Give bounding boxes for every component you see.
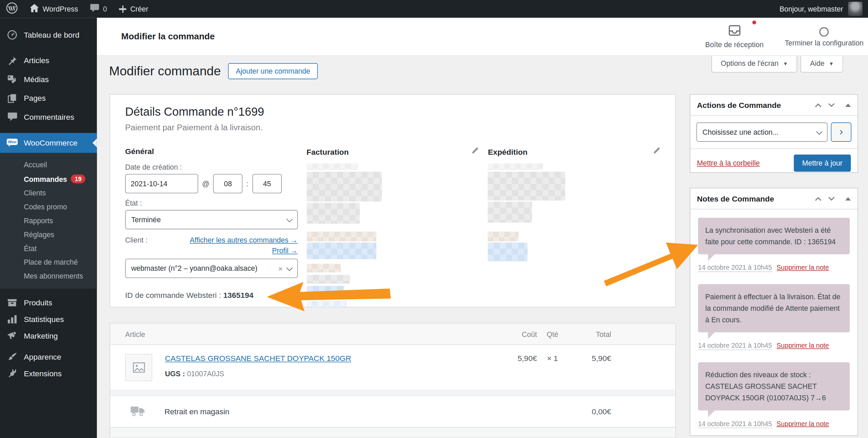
time-separator: : — [246, 179, 249, 188]
collapse-panel-icon[interactable] — [845, 197, 851, 200]
order-details-title: Détails Commande n°1699 — [125, 105, 660, 118]
submenu-item-home[interactable]: Accueil — [0, 158, 97, 172]
order-status-select[interactable]: Terminée — [125, 210, 298, 229]
pages-icon — [7, 93, 18, 103]
setup-label: Terminer la configuration — [785, 39, 864, 47]
order-hour-input[interactable] — [213, 174, 243, 193]
submenu-item-orders[interactable]: Commandes19 — [0, 172, 97, 186]
update-order-button[interactable]: Mettre à jour — [794, 155, 851, 172]
screen-options-tab[interactable]: Options de l'écran ▼ — [711, 55, 797, 73]
sidebar-item-woocommerce[interactable]: Woo WooCommerce — [0, 133, 97, 153]
edit-shipping-icon[interactable] — [653, 147, 660, 156]
billing-heading: Facturation — [307, 147, 349, 156]
wordpress-logo-menu[interactable] — [0, 0, 24, 18]
shipping-row: Retrait en magasin 0,00€ — [110, 396, 675, 427]
order-note: Réduction des niveaux de stock : CASTELA… — [698, 362, 850, 428]
sidebar-item-media[interactable]: Médias — [0, 70, 97, 89]
comments-count: 0 — [103, 5, 107, 13]
comments-indicator[interactable]: 0 — [84, 0, 113, 18]
delete-note-link[interactable]: Supprimer la note — [776, 342, 829, 350]
finish-setup-button[interactable]: Terminer la configuration — [785, 26, 864, 47]
order-date-input[interactable] — [125, 174, 198, 193]
sidebar-item-comments[interactable]: Commentaires — [0, 108, 97, 127]
image-placeholder-icon — [133, 362, 145, 373]
submenu-item-status[interactable]: État — [0, 242, 97, 255]
note-date[interactable]: 14 octobre 2021 à 10h45 — [698, 264, 772, 272]
note-date[interactable]: 14 octobre 2021 à 10h45 — [698, 342, 772, 350]
delete-note-link[interactable]: Supprimer la note — [776, 420, 829, 428]
help-tab[interactable]: Aide ▼ — [801, 55, 843, 73]
move-up-icon[interactable] — [814, 196, 822, 201]
order-action-select[interactable]: Choisissez une action... — [696, 122, 828, 142]
remove-client-icon[interactable]: × — [278, 264, 282, 273]
submenu-item-coupons[interactable]: Codes promo — [0, 200, 97, 214]
submenu-item-customers[interactable]: Clients — [0, 186, 97, 200]
truck-icon — [125, 405, 151, 418]
delete-note-link[interactable]: Supprimer la note — [776, 264, 829, 271]
collapse-panel-icon[interactable] — [845, 103, 851, 107]
avatar[interactable] — [848, 2, 862, 16]
move-down-icon[interactable] — [828, 102, 835, 108]
sidebar-item-appearance[interactable]: Apparence — [0, 348, 97, 365]
submenu-item-settings[interactable]: Réglages — [0, 228, 97, 242]
sidebar-item-dashboard[interactable]: Tableau de bord — [0, 25, 97, 44]
products-icon — [7, 298, 18, 306]
sidebar-item-label: Extensions — [24, 369, 62, 378]
orders-count-badge: 19 — [71, 174, 85, 183]
shipping-method-name: Retrait en magasin — [164, 407, 230, 416]
move-down-icon[interactable] — [828, 196, 835, 201]
order-note: Paiement à effectuer à la livraison. Éta… — [698, 284, 850, 350]
sidebar-item-marketing[interactable]: Marketing — [0, 327, 97, 344]
column-article: Article — [125, 330, 498, 338]
page-heading-row: Modifier commande Ajouter une commande — [109, 63, 318, 79]
client-select[interactable]: webmaster (n°2 – yoann@oaka.alsace) × — [125, 259, 298, 278]
items-table-header: Article Coût Qté Total — [110, 323, 675, 345]
annotation-arrow-sync-note — [600, 237, 700, 288]
bar-chart-icon — [7, 315, 18, 323]
wordpress-logo-icon — [6, 2, 18, 16]
sidebar-item-label: Articles — [24, 56, 49, 65]
product-thumbnail-placeholder — [125, 354, 152, 381]
site-name: WordPress — [43, 5, 78, 13]
order-items-card: Article Coût Qté Total CASTELAS GROSSANE… — [110, 323, 676, 438]
setup-progress-icon — [820, 27, 829, 37]
move-to-trash-link[interactable]: Mettre à la corbeille — [697, 159, 760, 167]
apply-action-button[interactable]: › — [831, 122, 851, 142]
sidebar-item-analytics[interactable]: Statistiques — [0, 311, 97, 327]
visit-site-link[interactable]: WordPress — [24, 0, 84, 18]
woocommerce-icon: Woo — [7, 137, 18, 149]
sidebar-item-plugins[interactable]: Extensions — [0, 365, 97, 382]
sidebar-item-products[interactable]: Produits — [0, 294, 97, 311]
websteri-id-value: 1365194 — [223, 291, 253, 300]
sidebar-item-pages[interactable]: Pages — [0, 89, 97, 108]
profile-link[interactable]: Profil → — [190, 247, 298, 255]
general-heading: Général — [125, 147, 154, 156]
sidebar-item-label: Statistiques — [24, 315, 64, 323]
add-order-button[interactable]: Ajouter une commande — [228, 63, 318, 79]
edit-billing-icon[interactable] — [471, 147, 479, 156]
inbox-icon — [728, 25, 741, 38]
submenu-item-marketplace[interactable]: Place de marché — [0, 255, 97, 269]
sidebar-item-label: WooCommerce — [24, 138, 77, 147]
new-content-menu[interactable]: Créer — [113, 0, 155, 18]
chevron-down-icon — [286, 216, 292, 222]
view-other-orders-link[interactable]: Afficher les autres commandes → — [190, 236, 298, 244]
user-greeting[interactable]: Bonjour, webmaster — [780, 5, 843, 13]
product-row: CASTELAS GROSSANE SACHET DOYPACK 150GR U… — [110, 345, 675, 390]
inbox-button[interactable]: Boîte de réception — [698, 25, 770, 49]
order-minute-input[interactable] — [252, 174, 282, 193]
sidebar-item-label: Apparence — [24, 352, 61, 361]
sidebar-item-posts[interactable]: Articles — [0, 51, 97, 70]
submenu-item-reports[interactable]: Rapports — [0, 214, 97, 228]
home-icon — [30, 4, 39, 14]
submenu-item-subscriptions[interactable]: Mes abonnements — [0, 269, 97, 283]
media-icon — [7, 75, 18, 84]
shipping-total: 0,00€ — [568, 407, 611, 416]
order-notes-panel: Notes de Commande La synchronisation ave… — [690, 188, 858, 436]
product-name-link[interactable]: CASTELAS GROSSANE SACHET DOYPACK 150GR — [165, 354, 351, 363]
product-cost: 5,90€ — [498, 354, 537, 381]
edit-order-heading: Modifier commande — [109, 64, 221, 79]
note-date[interactable]: 14 octobre 2021 à 10h45 — [698, 420, 772, 428]
sidebar-item-label: Médias — [24, 75, 49, 83]
move-up-icon[interactable] — [814, 102, 822, 108]
